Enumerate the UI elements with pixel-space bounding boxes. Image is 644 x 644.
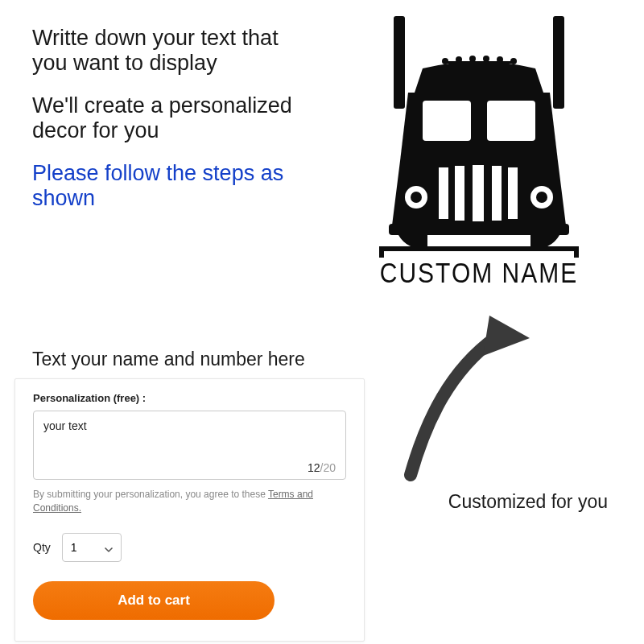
svg-rect-11 [439, 167, 448, 219]
custom-name-text: CUSTOM NAME [354, 257, 604, 288]
svg-rect-22 [379, 246, 384, 258]
personalization-label: Personalization (free) : [33, 392, 346, 404]
svg-rect-21 [379, 246, 579, 251]
svg-rect-23 [574, 246, 579, 258]
svg-rect-15 [508, 167, 518, 219]
instruction-line-2: We'll create a per­sonalized decor for y… [32, 93, 298, 143]
instructions-block: Writte down your text that you want to d… [32, 26, 298, 229]
personalization-panel: Personalization (free) : your text 12/20… [14, 378, 365, 642]
arrow-icon [394, 306, 531, 486]
svg-rect-14 [492, 166, 502, 221]
instruction-line-1: Writte down your text that you want to d… [32, 26, 298, 76]
qty-row: Qty 1 [33, 533, 346, 562]
customized-caption: Customized for you [448, 491, 608, 513]
product-preview: CUSTOM NAME [354, 16, 604, 287]
disclaimer-text: By submitting your personalization, you … [33, 488, 346, 515]
svg-marker-25 [483, 316, 530, 356]
svg-point-4 [469, 56, 476, 62]
svg-rect-13 [473, 165, 484, 221]
svg-rect-20 [389, 224, 569, 235]
svg-rect-0 [394, 16, 405, 109]
qty-value: 1 [71, 541, 77, 554]
qty-select[interactable]: 1 [62, 533, 122, 562]
truck-silhouette-icon [374, 16, 584, 258]
svg-rect-1 [553, 16, 564, 109]
personalization-textarea[interactable]: your text 12/20 [33, 411, 346, 480]
chevron-down-icon [105, 543, 113, 551]
svg-rect-12 [455, 166, 464, 221]
svg-point-17 [411, 192, 422, 203]
add-to-cart-button[interactable]: Add to cart [33, 581, 275, 620]
char-counter: 12/20 [308, 461, 336, 474]
qty-label: Qty [33, 541, 51, 554]
instruction-highlight: Please follow the steps as shown [32, 161, 298, 211]
char-count-current: 12 [308, 461, 320, 474]
svg-point-5 [483, 56, 489, 62]
svg-rect-9 [423, 101, 471, 141]
svg-rect-10 [487, 101, 535, 141]
personalization-entered-text: your text [43, 419, 336, 432]
char-count-limit: /20 [320, 461, 336, 474]
form-heading: Text your name and number here [32, 349, 305, 370]
svg-point-19 [536, 192, 547, 203]
disclaimer-prefix: By submitting your personalization, you … [33, 489, 268, 500]
